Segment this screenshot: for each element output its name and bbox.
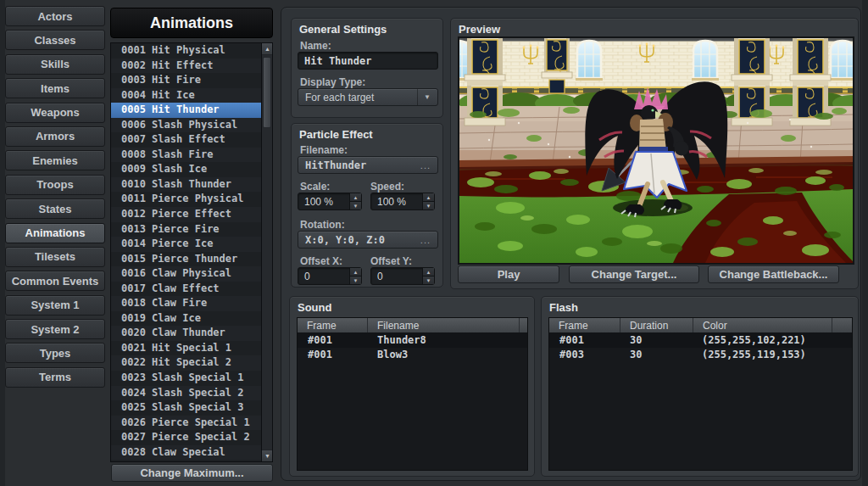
change-battleback-button[interactable]: Change Battleback...	[708, 265, 839, 283]
preview-image	[458, 36, 854, 265]
particle-effect-group: Particle Effect Filename: HitThunder ...…	[291, 123, 443, 288]
change-target-button[interactable]: Change Target...	[569, 265, 699, 283]
animation-list-item-0028[interactable]: 0028 Claw Special	[111, 445, 262, 461]
sidebar-item-skills[interactable]: Skills	[5, 54, 105, 75]
scale-up-icon[interactable]: ▲	[350, 193, 361, 202]
offset-y-up-icon[interactable]: ▲	[423, 268, 434, 277]
scale-down-icon[interactable]: ▼	[350, 202, 361, 209]
scale-label: Scale:	[300, 181, 330, 193]
sidebar-item-system-1[interactable]: System 1	[5, 295, 105, 316]
animation-list-item-0015[interactable]: 0015 Pierce Thunder	[111, 252, 262, 267]
offset-x-label: Offset X:	[300, 255, 342, 267]
filename-picker[interactable]: HitThunder ...	[298, 156, 438, 174]
play-button[interactable]: Play	[458, 265, 559, 283]
general-settings-title: General Settings	[299, 23, 387, 36]
name-label: Name:	[300, 40, 331, 52]
animation-list-item-0006[interactable]: 0006 Slash Physical	[111, 118, 262, 133]
speed-stepper[interactable]: 100 % ▲ ▼	[370, 193, 435, 210]
offset-y-label: Offset Y:	[370, 255, 412, 267]
flash-row[interactable]: #00130(255,255,102,221)	[549, 332, 852, 348]
general-settings-group: General Settings Name: Display Type: For…	[291, 18, 443, 118]
sidebar-item-items[interactable]: Items	[5, 78, 105, 98]
sound-table[interactable]: FrameFilename #001Thunder8#001Blow3	[297, 317, 528, 471]
animation-list-item-0003[interactable]: 0003 Hit Fire	[111, 73, 262, 88]
animation-list-item-0020[interactable]: 0020 Claw Thunder	[111, 326, 262, 341]
scrollbar-up-button[interactable]: ▲	[262, 43, 273, 55]
animation-list-item-0018[interactable]: 0018 Claw Fire	[111, 296, 262, 311]
animation-list-item-0001[interactable]: 0001 Hit Physical	[111, 43, 262, 59]
flash-title: Flash	[549, 301, 578, 314]
sidebar-item-common-events[interactable]: Common Events	[5, 271, 105, 291]
animation-list-item-0008[interactable]: 0008 Slash Fire	[111, 148, 262, 163]
sidebar-item-armors[interactable]: Armors	[5, 126, 105, 147]
scrollbar-thumb[interactable]	[263, 57, 271, 128]
flash-column-color[interactable]: Color	[693, 318, 832, 332]
speed-up-icon[interactable]: ▲	[423, 193, 434, 202]
browse-ellipsis-icon: ...	[415, 235, 431, 245]
animation-list-item-0016[interactable]: 0016 Claw Physical	[111, 266, 262, 282]
flash-column-duration[interactable]: Duration	[620, 318, 693, 332]
sidebar-item-classes[interactable]: Classes	[5, 30, 105, 50]
animation-list-item-0012[interactable]: 0012 Pierce Effect	[111, 207, 262, 222]
display-type-select[interactable]: For each target ▼	[298, 88, 438, 106]
sidebar-item-weapons[interactable]: Weapons	[5, 103, 105, 123]
animation-list-item-0007[interactable]: 0007 Slash Effect	[111, 132, 262, 148]
animation-list-item-0009[interactable]: 0009 Slash Ice	[111, 162, 262, 177]
flash-table[interactable]: FrameDurationColor #00130(255,255,102,22…	[548, 317, 853, 471]
sound-row[interactable]: #001Thunder8	[298, 332, 527, 348]
rotation-label: Rotation:	[300, 219, 345, 231]
sound-group: Sound FrameFilename #001Thunder8#001Blow…	[289, 296, 535, 477]
flash-row[interactable]: #00330(255,255,119,153)	[549, 348, 852, 363]
animation-list-item-0023[interactable]: 0023 Slash Special 1	[111, 371, 262, 386]
animation-list-item-0017[interactable]: 0017 Claw Effect	[111, 282, 262, 297]
offset-x-up-icon[interactable]: ▲	[350, 268, 361, 277]
sound-column-filename[interactable]: Filename	[368, 318, 519, 332]
animation-list-item-0004[interactable]: 0004 Hit Ice	[111, 88, 262, 103]
play-label: Play	[498, 268, 520, 281]
flash-column-frame[interactable]: Frame	[549, 318, 620, 332]
animation-list-item-0022[interactable]: 0022 Hit Special 2	[111, 355, 262, 371]
rotation-picker[interactable]: X:0, Y:0, Z:0 ...	[298, 231, 438, 249]
scale-stepper[interactable]: 100 % ▲ ▼	[298, 193, 362, 210]
animation-list-item-0025[interactable]: 0025 Slash Special 3	[111, 400, 262, 416]
sidebar-item-actors[interactable]: Actors	[5, 6, 105, 26]
animation-list-item-0005[interactable]: 0005 Hit Thunder	[111, 103, 262, 118]
sound-header: FrameFilename	[298, 318, 527, 332]
sidebar-item-system-2[interactable]: System 2	[5, 319, 105, 339]
animation-list-item-0013[interactable]: 0013 Pierce Fire	[111, 222, 262, 237]
scrollbar-down-button[interactable]: ▼	[262, 450, 273, 461]
animation-list-title: Animations	[110, 8, 273, 38]
offset-x-stepper[interactable]: 0 ▲ ▼	[298, 267, 362, 285]
sidebar-item-types[interactable]: Types	[5, 343, 105, 363]
animation-list-item-0010[interactable]: 0010 Slash Thunder	[111, 177, 262, 193]
sidebar-item-terms[interactable]: Terms	[5, 367, 105, 388]
flash-body: #00130(255,255,102,221)#00330(255,255,11…	[549, 332, 852, 362]
animation-list-item-0021[interactable]: 0021 Hit Special 1	[111, 341, 262, 356]
speed-down-icon[interactable]: ▼	[423, 202, 434, 209]
sound-column-frame[interactable]: Frame	[298, 318, 367, 332]
sidebar-item-enemies[interactable]: Enemies	[5, 150, 105, 170]
animation-list-item-0011[interactable]: 0011 Pierce Physical	[111, 192, 262, 207]
animation-listbox[interactable]: 0001 Hit Physical0002 Hit Effect0003 Hit…	[110, 42, 273, 462]
offset-y-stepper[interactable]: 0 ▲ ▼	[370, 267, 435, 285]
scroll-down-icon: ▼	[264, 453, 270, 459]
change-maximum-button[interactable]: Change Maximum...	[111, 464, 273, 482]
animation-list-item-0019[interactable]: 0019 Claw Ice	[111, 311, 262, 327]
animation-list-item-0026[interactable]: 0026 Pierce Special 1	[111, 416, 262, 431]
animation-list-item-0002[interactable]: 0002 Hit Effect	[111, 59, 262, 74]
offset-y-down-icon[interactable]: ▼	[423, 277, 434, 284]
animation-list-item-0024[interactable]: 0024 Slash Special 2	[111, 386, 262, 401]
animation-list-item-0014[interactable]: 0014 Pierce Ice	[111, 237, 262, 252]
sidebar-item-troops[interactable]: Troops	[5, 175, 105, 195]
animation-list-scrollbar[interactable]: ▲ ▼	[261, 43, 272, 461]
sidebar-item-animations[interactable]: Animations	[5, 223, 105, 243]
animations-database-window: ActorsClassesSkillsItemsWeaponsArmorsEne…	[0, 0, 868, 486]
sound-row[interactable]: #001Blow3	[298, 348, 527, 363]
animation-list-item-0027[interactable]: 0027 Pierce Special 2	[111, 430, 262, 445]
sidebar-item-states[interactable]: States	[5, 198, 105, 219]
sidebar-item-tilesets[interactable]: Tilesets	[5, 247, 105, 267]
speed-label: Speed:	[370, 181, 404, 193]
animation-list-title-label: Animations	[150, 14, 233, 32]
name-input[interactable]	[298, 52, 438, 70]
offset-x-down-icon[interactable]: ▼	[350, 277, 361, 284]
